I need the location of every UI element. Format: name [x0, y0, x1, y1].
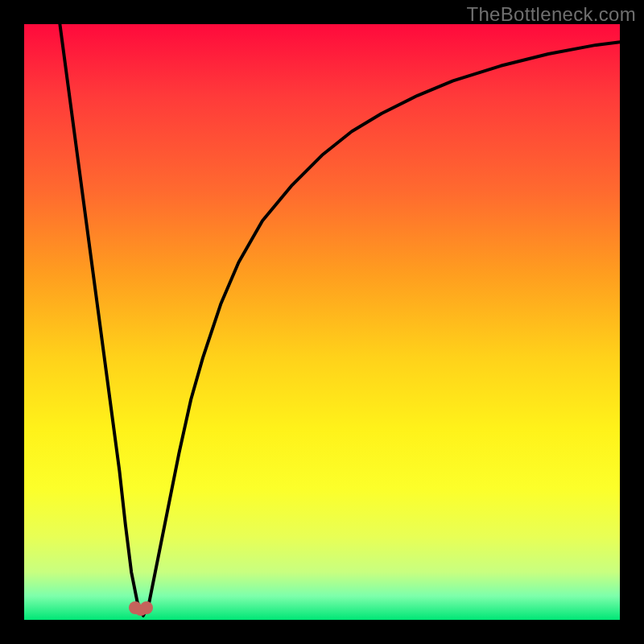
plot-area — [24, 24, 620, 620]
bottleneck-curve — [24, 24, 620, 620]
chart-frame: TheBottleneck.com — [0, 0, 644, 644]
watermark-text: TheBottleneck.com — [466, 3, 636, 26]
